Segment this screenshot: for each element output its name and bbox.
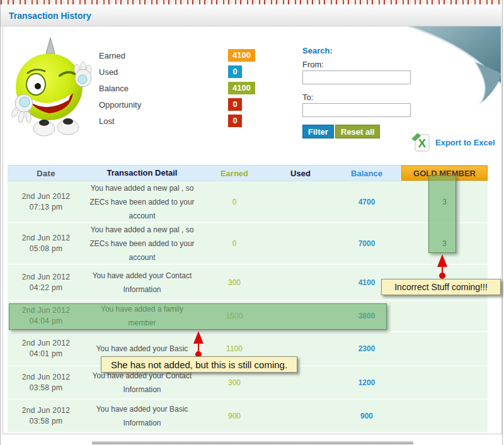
excel-icon: X <box>411 132 432 153</box>
table-row: 2nd Jun 201207:13 pmYou have added a new… <box>8 181 488 223</box>
cell-used <box>269 223 332 264</box>
cell-gold <box>401 301 488 331</box>
cell-earned: 1500 <box>200 301 269 331</box>
summary-list: Earned4100Used0Balance4100Opportunity0Lo… <box>99 49 263 131</box>
annotation-note-gold-text: Incorrect Stuff coming!!! <box>394 282 488 292</box>
summary-value-badge: 0 <box>228 115 242 127</box>
table-row: 2nd Jun 201204:04 pmYou have added a fam… <box>8 301 488 332</box>
cell-earned: 0 <box>200 223 269 264</box>
cell-balance: 3800 <box>332 301 401 331</box>
annotation-note-row: She has not added, but this is still com… <box>101 356 297 373</box>
time-text: 04:22 pm <box>30 283 62 293</box>
cell-earned: 900 <box>200 400 269 432</box>
date-text: 2nd Jun 2012 <box>22 405 70 416</box>
page-title: Transaction History <box>9 11 91 21</box>
cell-date: 2nd Jun 201207:13 pm <box>8 181 84 222</box>
annotation-arrow-row <box>193 331 203 344</box>
cell-earned: 0 <box>200 181 269 222</box>
left-glove <box>10 94 33 123</box>
from-label: From: <box>302 60 324 69</box>
transactions-table: Date Transaction Detail Earned Used Bala… <box>8 165 488 433</box>
cell-date: 2nd Jun 201204:22 pm <box>8 265 84 300</box>
summary-value-badge: 0 <box>228 98 242 111</box>
cell-gold <box>401 332 488 365</box>
from-input[interactable] <box>302 70 411 84</box>
column-header-detail: Transaction Detail <box>84 166 200 181</box>
summary-item: Opportunity0 <box>99 98 263 115</box>
time-text: 03:58 pm <box>30 416 62 427</box>
annotation-arrow-gold <box>437 254 447 267</box>
column-header-earned: Earned <box>200 166 269 181</box>
cell-used <box>269 265 332 300</box>
export-to-excel-link[interactable]: X Export to Excel <box>411 132 495 153</box>
to-label: To: <box>302 93 313 102</box>
reset-all-button[interactable]: Reset all <box>335 125 380 138</box>
cell-balance: 1200 <box>332 366 401 398</box>
summary-label: Opportunity <box>99 100 141 110</box>
filter-button[interactable]: Filter <box>302 125 334 138</box>
cell-detail: You have added a new pal , so ZECs have … <box>84 223 200 264</box>
search-title: Search: <box>302 46 333 55</box>
mascot-image <box>6 37 94 137</box>
summary-label: Balance <box>99 84 129 93</box>
cell-detail: You have added a new pal , so ZECs have … <box>84 181 200 222</box>
time-text: 03:58 pm <box>30 383 62 393</box>
title-bar: Transaction History <box>1 4 502 26</box>
cell-date: 2nd Jun 201204:01 pm <box>8 332 84 365</box>
date-text: 2nd Jun 2012 <box>22 272 70 283</box>
to-input[interactable] <box>302 103 411 117</box>
column-header-gold-member: GOLD MEMBER <box>401 166 488 181</box>
date-text: 2nd Jun 2012 <box>22 338 70 349</box>
summary-label: Earned <box>99 51 125 60</box>
cell-used <box>269 400 332 432</box>
summary-value-badge: 4100 <box>228 49 255 62</box>
cell-used <box>269 181 332 222</box>
cell-date: 2nd Jun 201203:58 pm <box>8 400 84 432</box>
cell-detail: You have added your Basic Information <box>84 400 200 432</box>
time-text: 04:04 pm <box>30 316 62 327</box>
cell-date: 2nd Jun 201203:58 pm <box>8 366 84 398</box>
summary-value-badge: 4100 <box>228 82 255 94</box>
date-text: 2nd Jun 2012 <box>22 233 70 244</box>
cell-used <box>269 301 332 331</box>
table-header: Date Transaction Detail Earned Used Bala… <box>8 165 488 181</box>
time-text: 05:08 pm <box>30 244 62 254</box>
summary-label: Lost <box>99 116 115 126</box>
cell-gold: 3 <box>401 181 488 222</box>
summary-item: Used0 <box>99 65 263 82</box>
cell-earned: 300 <box>200 265 269 300</box>
summary-value-badge: 0 <box>228 65 242 78</box>
annotation-note-gold: Incorrect Stuff coming!!! <box>381 279 501 295</box>
cell-date: 2nd Jun 201205:08 pm <box>8 223 84 264</box>
column-header-balance: Balance <box>332 166 401 181</box>
svg-text:X: X <box>418 137 427 150</box>
top-pattern-strip <box>1 0 502 4</box>
cell-gold <box>401 366 488 398</box>
column-header-date: Date <box>8 166 84 181</box>
page: Transaction History <box>0 0 503 445</box>
cell-gold <box>401 400 488 432</box>
date-text: 2nd Jun 2012 <box>22 372 70 383</box>
annotation-note-row-text: She has not added, but this is still com… <box>111 359 287 370</box>
content-panel: Earned4100Used0Balance4100Opportunity0Lo… <box>3 26 502 434</box>
table-row: 2nd Jun 201205:08 pmYou have added a new… <box>8 223 488 265</box>
export-label: Export to Excel <box>435 138 495 147</box>
column-header-used: Used <box>269 166 332 181</box>
cell-balance: 900 <box>332 400 401 432</box>
date-text: 2nd Jun 2012 <box>22 191 70 202</box>
cell-balance: 2300 <box>332 332 401 365</box>
time-text: 04:01 pm <box>30 349 62 359</box>
cell-detail: You have added your Contact Information <box>84 265 200 300</box>
footer-bar <box>92 441 413 444</box>
cell-date: 2nd Jun 201204:04 pm <box>8 301 84 331</box>
table-row: 2nd Jun 201203:58 pmYou have added your … <box>8 400 488 433</box>
summary-label: Used <box>99 67 118 77</box>
table-body: 2nd Jun 201207:13 pmYou have added a new… <box>8 181 488 433</box>
cell-balance: 7000 <box>332 223 401 264</box>
summary-item: Balance4100 <box>99 82 263 98</box>
right-glove <box>74 62 91 87</box>
date-text: 2nd Jun 2012 <box>22 305 70 316</box>
summary-item: Lost0 <box>99 115 263 131</box>
page-curl-icon <box>408 26 501 106</box>
time-text: 07:13 pm <box>30 202 62 213</box>
